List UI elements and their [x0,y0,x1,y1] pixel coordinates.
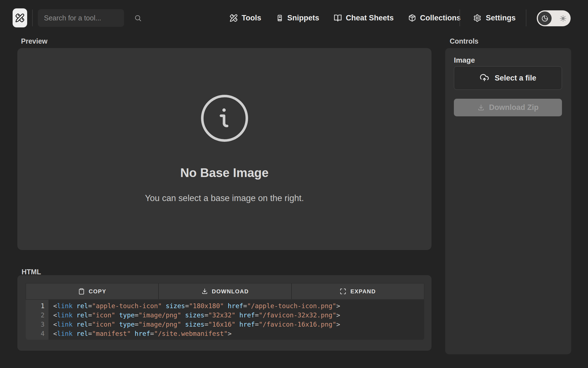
expand-button[interactable]: EXPAND [292,284,424,299]
line-number: 4 [41,329,48,338]
controls-section-label: Controls [450,37,479,45]
navbar-divider [459,10,460,26]
html-code-card: COPY DOWNLOAD EXPAND [17,275,431,351]
nav-item-label: Snippets [287,14,319,22]
moon-icon [541,15,549,22]
nav-item-label: Tools [242,14,261,22]
code-line: <link rel="icon" type="image/png" sizes=… [53,320,424,329]
pencil-ruler-icon [15,13,25,23]
theme-toggle-knob [538,11,552,25]
cloud-upload-icon [480,73,489,83]
nav-item-label: Cheat Sheets [346,14,394,22]
select-file-button[interactable]: Select a file [454,66,562,90]
download-button-label: DOWNLOAD [212,288,249,295]
download-zip-button[interactable]: Download Zip [454,99,562,116]
favicon-generator-app: Tools Snippets Cheat Sheets [0,0,588,368]
download-icon [477,104,485,111]
code-line: <link rel="manifest" href="/site.webmani… [53,329,424,338]
main-navigation: Tools Snippets Cheat Sheets [230,8,461,27]
tool-search [38,9,124,27]
expand-button-label: EXPAND [350,288,376,295]
code-lines: <link rel="apple-touch-icon" sizes="180x… [48,300,424,340]
code-editor[interactable]: 1234 <link rel="apple-touch-icon" sizes=… [26,300,424,340]
controls-card: Image Select a file Download Zip [445,48,571,354]
navbar-divider [526,10,526,26]
sun-icon [559,15,567,22]
copy-button[interactable]: COPY [26,284,158,299]
select-file-label: Select a file [495,74,536,82]
open-book-icon [334,14,342,22]
theme-toggle[interactable] [537,10,571,26]
pencil-ruler-icon [230,14,238,22]
search-icon [134,14,142,22]
info-icon [201,95,248,142]
nav-item-snippets[interactable]: Snippets [276,14,319,22]
code-toolbar: COPY DOWNLOAD EXPAND [26,283,424,299]
download-zip-label: Download Zip [489,103,539,112]
line-number: 2 [41,311,48,320]
empty-state-subtitle: You can select a base image on the right… [145,193,304,203]
code-line: <link rel="apple-touch-icon" sizes="180x… [53,301,424,311]
image-group-label: Image [454,56,475,65]
code-line: <link rel="icon" type="image/png" sizes=… [53,311,424,320]
download-icon [201,288,208,295]
package-icon [408,14,416,22]
download-button[interactable]: DOWNLOAD [159,284,291,299]
app-logo[interactable] [13,8,27,27]
expand-icon [340,288,346,295]
clipboard-icon [78,288,85,295]
code-gutter: 1234 [26,300,48,340]
nav-item-collections[interactable]: Collections [408,14,461,22]
gear-icon [473,14,481,22]
search-input[interactable] [44,14,134,22]
nav-item-cheat-sheets[interactable]: Cheat Sheets [334,14,394,22]
html-section-label: HTML [22,268,41,276]
line-number: 1 [41,301,48,311]
notebook-icon [276,14,283,22]
nav-item-tools[interactable]: Tools [230,14,261,22]
preview-panel: No Base Image You can select a base imag… [17,48,431,250]
navbar-divider [32,10,33,26]
empty-state-title: No Base Image [180,166,269,180]
preview-section-label: Preview [21,37,48,45]
nav-item-label: Collections [420,14,461,22]
nav-item-label: Settings [486,14,516,22]
nav-item-settings[interactable]: Settings [473,8,516,27]
copy-button-label: COPY [89,288,106,295]
line-number: 3 [41,320,48,329]
